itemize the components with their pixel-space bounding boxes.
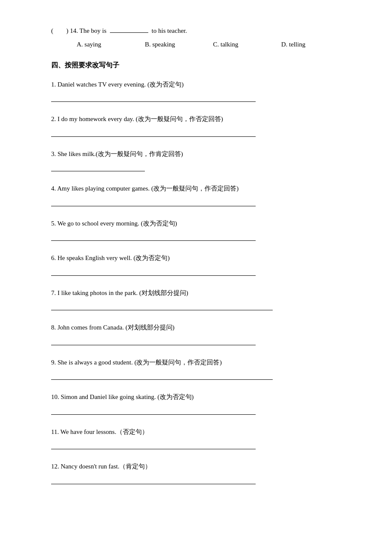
- exercise-question-7: 7. I like taking photos in the park. (对划…: [51, 288, 349, 299]
- answer-line-5: [51, 233, 256, 241]
- exercise-item-3: 3. She likes milk.(改为一般疑问句，作肯定回答): [51, 149, 349, 172]
- exercise-question-3: 3. She likes milk.(改为一般疑问句，作肯定回答): [51, 149, 349, 160]
- answer-line-8: [51, 338, 256, 345]
- q14-blank-paren: [55, 26, 65, 36]
- answer-line-7: [51, 303, 273, 310]
- exercise-item-12: 12. Nancy doesn't run fast.（肯定句）: [51, 461, 349, 484]
- choice-a: A. saying: [77, 39, 145, 49]
- q14-open-paren: (: [51, 26, 53, 36]
- exercise-item-4: 4. Amy likes playing computer games. (改为…: [51, 183, 349, 206]
- answer-line-3: [51, 164, 145, 171]
- exercise-question-1: 1. Daniel watches TV every evening. (改为否…: [51, 79, 349, 90]
- answer-line-4: [51, 199, 256, 206]
- exercise-item-8: 8. John comes from Canada. (对划线部分提问): [51, 322, 349, 345]
- exercise-item-6: 6. He speaks English very well. (改为否定句): [51, 253, 349, 276]
- answer-line-6: [51, 268, 256, 276]
- choice-b: B. speaking: [145, 39, 213, 49]
- exercise-item-7: 7. I like taking photos in the park. (对划…: [51, 288, 349, 311]
- exercise-item-2: 2. I do my homework every day. (改为一般疑问句，…: [51, 114, 349, 137]
- q14-postfix: to his teacher.: [152, 26, 187, 36]
- exercise-item-10: 10. Simon and Daniel like going skating.…: [51, 392, 349, 415]
- exercise-question-11: 11. We have four lessons.（否定句）: [51, 427, 349, 438]
- exercise-question-5: 5. We go to school every morning. (改为否定句…: [51, 218, 349, 229]
- choice-c: C. talking: [213, 39, 281, 49]
- q14-answer-blank: [110, 32, 148, 33]
- exercise-question-8: 8. John comes from Canada. (对划线部分提问): [51, 322, 349, 333]
- answer-line-11: [51, 442, 256, 449]
- answer-line-9: [51, 372, 273, 380]
- exercise-question-9: 9. She is always a good student. (改为一般疑问…: [51, 357, 349, 368]
- exercise-question-6: 6. He speaks English very well. (改为否定句): [51, 253, 349, 264]
- section4-title: 四、按照要求改写句子: [51, 60, 349, 71]
- exercise-question-10: 10. Simon and Daniel like going skating.…: [51, 392, 349, 403]
- exercise-item-5: 5. We go to school every morning. (改为否定句…: [51, 218, 349, 241]
- exercise-question-2: 2. I do my homework every day. (改为一般疑问句，…: [51, 114, 349, 125]
- question-14: ( ) 14. The boy is to his teacher.: [51, 26, 349, 36]
- answer-line-2: [51, 129, 256, 137]
- exercise-question-12: 12. Nancy doesn't run fast.（肯定句）: [51, 461, 349, 472]
- exercise-question-4: 4. Amy likes playing computer games. (改为…: [51, 183, 349, 194]
- choice-d: D. telling: [281, 39, 349, 49]
- answer-line-1: [51, 94, 256, 102]
- q14-close-suffix: ) 14. The boy is: [66, 26, 107, 36]
- exercise-item-11: 11. We have four lessons.（否定句）: [51, 427, 349, 450]
- answer-line-10: [51, 407, 256, 415]
- exercise-item-9: 9. She is always a good student. (改为一般疑问…: [51, 357, 349, 380]
- q14-choices: A. saying B. speaking C. talking D. tell…: [77, 39, 349, 49]
- answer-line-12: [51, 477, 256, 484]
- exercise-item-1: 1. Daniel watches TV every evening. (改为否…: [51, 79, 349, 102]
